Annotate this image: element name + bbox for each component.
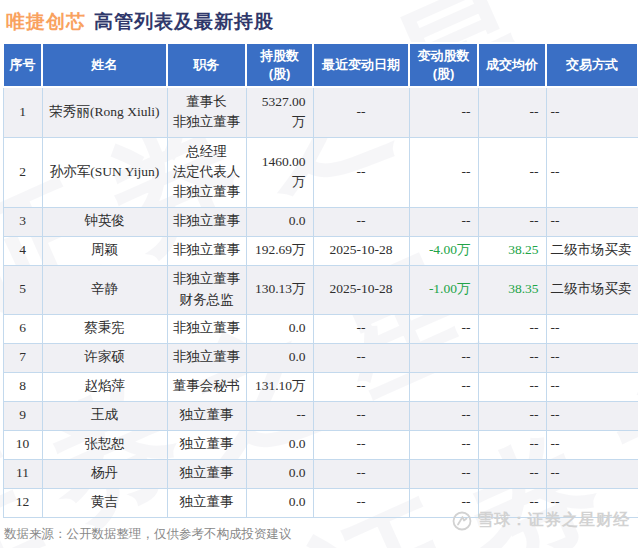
holdings-infographic: 证券之星 证券之星 证券之星 唯捷创芯高管列表及最新持股 序号 姓名 职务 持股… [0,0,638,548]
table-header-row: 序号 姓名 职务 持股数 (股) 最近变动日期 变动股数 (股) 成交均价 交易… [3,43,638,87]
cell-shares: 192.69万 [246,236,313,265]
cell-change-shares: -- [409,343,478,372]
cell-change-date: -- [313,430,409,459]
cell-name: 许家硕 [42,343,167,372]
cell-shares: -- [246,401,313,430]
cell-change-date: 2025-10-28 [313,265,409,314]
header-seq: 序号 [3,43,42,87]
cell-avg-price: -- [478,430,546,459]
cell-shares: 0.0 [246,207,313,236]
header-change-shares: 变动股数 (股) [409,43,478,87]
cell-avg-price: -- [478,459,546,488]
table-row: 4 周颖 非独立董事 192.69万 2025-10-28 -4.00万 38.… [3,236,638,265]
brand-watermark: 雪球：证券之星财经 [452,510,630,531]
cell-change-shares: -- [409,314,478,343]
cell-seq: 11 [3,459,42,488]
cell-seq: 2 [3,137,42,207]
table-row: 3 钟英俊 非独立董事 0.0 -- -- -- -- [3,207,638,236]
cell-name: 王成 [42,401,167,430]
cell-seq: 1 [3,87,42,137]
cell-change-shares: -- [409,372,478,401]
cell-shares: 0.0 [246,314,313,343]
header-name: 姓名 [42,43,167,87]
cell-avg-price: -- [478,137,546,207]
cell-name: 辛静 [42,265,167,314]
cell-trade-method: 二级市场买卖 [546,265,638,314]
cell-position: 独立董事 [167,488,246,517]
cell-avg-price: -- [478,343,546,372]
cell-name: 周颖 [42,236,167,265]
cell-position: 总经理 法定代表人 非独立董事 [167,137,246,207]
cell-change-date: -- [313,137,409,207]
header-change-date: 最近变动日期 [313,43,409,87]
cell-avg-price: -- [478,372,546,401]
table-row: 11 杨丹 独立董事 0.0 -- -- -- -- [3,459,638,488]
table-row: 8 赵焰萍 董事会秘书 131.10万 -- -- -- -- [3,372,638,401]
cell-change-shares: -- [409,87,478,137]
cell-position: 董事长 非独立董事 [167,87,246,137]
cell-change-shares: -- [409,430,478,459]
cell-name: 张恝恕 [42,430,167,459]
cell-trade-method: -- [546,87,638,137]
cell-change-date: -- [313,343,409,372]
cell-shares: 0.0 [246,488,313,517]
cell-change-date: -- [313,488,409,517]
cell-shares: 5327.00万 [246,87,313,137]
cell-position: 非独立董事 [167,343,246,372]
cell-name: 黄吉 [42,488,167,517]
executive-holdings-table: 序号 姓名 职务 持股数 (股) 最近变动日期 变动股数 (股) 成交均价 交易… [2,42,638,518]
cell-seq: 10 [3,430,42,459]
table-row: 5 辛静 非独立董事 财务总监 130.13万 2025-10-28 -1.00… [3,265,638,314]
cell-shares: 1460.00万 [246,137,313,207]
cell-name: 杨丹 [42,459,167,488]
table-row: 6 蔡秉宪 非独立董事 0.0 -- -- -- -- [3,314,638,343]
cell-shares: 130.13万 [246,265,313,314]
cell-change-date: -- [313,459,409,488]
cell-trade-method: -- [546,372,638,401]
cell-change-date: -- [313,207,409,236]
cell-name: 赵焰萍 [42,372,167,401]
cell-avg-price: -- [478,207,546,236]
cell-seq: 9 [3,401,42,430]
cell-seq: 12 [3,488,42,517]
cell-avg-price: -- [478,401,546,430]
cell-change-shares: -- [409,207,478,236]
cell-change-shares: -- [409,459,478,488]
cell-seq: 6 [3,314,42,343]
cell-position: 非独立董事 [167,314,246,343]
table-row: 10 张恝恕 独立董事 0.0 -- -- -- -- [3,430,638,459]
cell-change-shares: -- [409,137,478,207]
cell-change-date: -- [313,87,409,137]
cell-avg-price: 38.35 [478,265,546,314]
cell-trade-method: -- [546,343,638,372]
cell-name: 孙亦军(SUN Yijun) [42,137,167,207]
cell-shares: 0.0 [246,343,313,372]
cell-shares: 131.10万 [246,372,313,401]
cell-avg-price: -- [478,87,546,137]
cell-change-date: 2025-10-28 [313,236,409,265]
cell-change-shares: -- [409,401,478,430]
cell-position: 独立董事 [167,401,246,430]
cell-trade-method: -- [546,459,638,488]
xueqiu-logo-icon [452,511,472,531]
cell-seq: 4 [3,236,42,265]
data-source-note: 数据来源：公开数据整理，仅供参考不构成投资建议 [4,526,292,543]
header-position: 职务 [167,43,246,87]
cell-change-date: -- [313,372,409,401]
cell-position: 独立董事 [167,430,246,459]
cell-trade-method: -- [546,137,638,207]
cell-position: 非独立董事 财务总监 [167,265,246,314]
table-row: 7 许家硕 非独立董事 0.0 -- -- -- -- [3,343,638,372]
cell-trade-method: 二级市场买卖 [546,236,638,265]
cell-change-date: -- [313,314,409,343]
cell-change-shares: -4.00万 [409,236,478,265]
cell-name: 钟英俊 [42,207,167,236]
cell-change-shares: -1.00万 [409,265,478,314]
cell-seq: 3 [3,207,42,236]
page-title: 唯捷创芯高管列表及最新持股 [0,0,638,35]
cell-position: 非独立董事 [167,236,246,265]
cell-avg-price: -- [478,314,546,343]
company-name: 唯捷创芯 [6,11,86,32]
brand-watermark-text: 雪球：证券之星财经 [477,510,630,531]
cell-seq: 5 [3,265,42,314]
